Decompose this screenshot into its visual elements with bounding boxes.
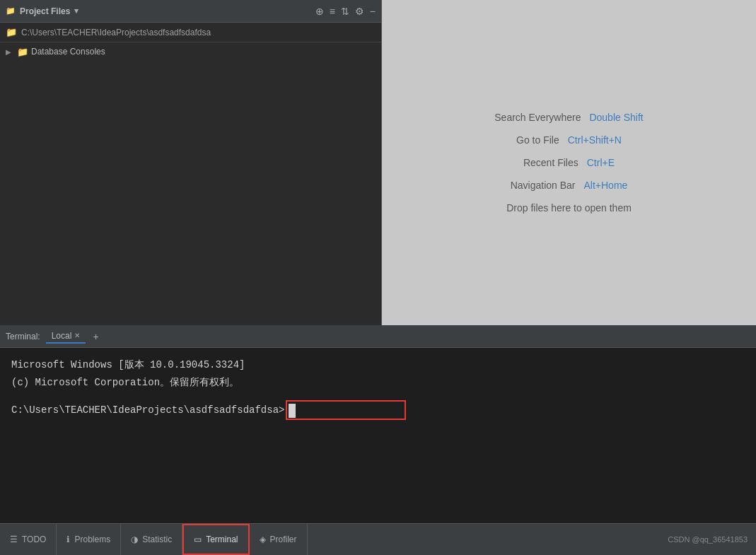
hint-shortcut-4: Alt+Home [583,180,627,191]
database-consoles-label: Database Consoles [31,47,105,57]
hint-row-4: Navigation Bar Alt+Home [511,180,628,191]
terminal-content[interactable]: Microsoft Windows [版本 10.0.19045.3324] (… [0,348,756,523]
database-consoles-item[interactable]: ▶ 📁 Database Consoles [0,42,381,61]
terminal-panel: Terminal: Local ✕ + Microsoft Windows [版… [0,325,756,523]
hint-label-2: Go to File [516,134,559,146]
add-icon[interactable]: ⊕ [315,6,324,17]
terminal-tabs: Terminal: Local ✕ + [0,325,756,348]
terminal-icon: ▭ [194,534,202,544]
panel-toolbar: ⊕ ≡ ⇅ ⚙ − [315,6,376,17]
project-path-text: C:\Users\TEACHER\IdeaProjects\asdfsadfsd… [21,28,211,37]
tree-arrow-icon: ▶ [6,48,14,56]
problems-icon: ℹ [66,534,70,544]
panel-title: 📁 Project Files ▾ [6,6,78,16]
hint-label-1: Search Everywhere [494,112,581,123]
hint-label-3: Recent Files [523,157,578,168]
status-tab-problems[interactable]: ℹ Problems [57,524,121,555]
watermark: CSDN @qq_36541853 [668,535,756,544]
profiler-icon: ◈ [260,534,266,544]
folder-icon: 📁 [6,6,16,16]
sort-icon[interactable]: ⇅ [341,6,349,17]
terminal-line-2: (c) Microsoft Corporation。保留所有权利。 [11,374,745,392]
status-tab-terminal[interactable]: ▭ Terminal [182,524,249,555]
settings-icon[interactable]: ⚙ [355,6,364,17]
terminal-line-1: Microsoft Windows [版本 10.0.19045.3324] [11,356,745,374]
status-tab-profiler[interactable]: ◈ Profiler [250,524,308,555]
status-tabs: ☰ TODO ℹ Problems ◑ Statistic ▭ Terminal… [0,524,308,555]
status-bar: ☰ TODO ℹ Problems ◑ Statistic ▭ Terminal… [0,523,756,555]
project-folder-icon: 📁 [6,27,17,37]
hint-row-2: Go to File Ctrl+Shift+N [516,134,622,146]
terminal-tab-local[interactable]: Local ✕ [46,329,86,344]
hint-shortcut-3: Ctrl+E [587,157,615,168]
minimize-icon[interactable]: − [370,6,376,17]
hint-shortcut-2: Ctrl+Shift+N [568,134,622,146]
hint-row-5: Drop files here to open them [506,202,632,214]
hint-label-5: Drop files here to open them [506,202,632,214]
statistic-icon: ◑ [131,534,138,544]
terminal-prompt-text: C:\Users\TEACHER\IdeaProjects\asdfsadfsd… [11,402,284,419]
profiler-label: Profiler [270,534,297,544]
terminal-tab-local-label: Local [52,331,72,341]
editor-area: Search Everywhere Double Shift Go to Fil… [382,0,756,325]
cursor-bar [289,404,296,418]
todo-label: TODO [22,534,46,544]
project-path: 📁 C:\Users\TEACHER\IdeaProjects\asdfsadf… [0,23,381,42]
status-tab-statistic[interactable]: ◑ Statistic [121,524,182,555]
terminal-prompt-line: C:\Users\TEACHER\IdeaProjects\asdfsadfsd… [11,400,745,420]
hint-label-4: Navigation Bar [511,180,576,191]
terminal-tab-label: Terminal [206,534,238,544]
hint-row-3: Recent Files Ctrl+E [523,157,615,168]
left-panel: 📁 Project Files ▾ ⊕ ≡ ⇅ ⚙ − 📁 C:\Users\T… [0,0,382,325]
panel-dropdown-icon[interactable]: ▾ [74,6,78,16]
terminal-label: Terminal: [6,332,40,341]
scope-icon[interactable]: ≡ [330,6,335,17]
database-folder-icon: 📁 [17,47,28,57]
problems-label: Problems [74,534,110,544]
panel-header: 📁 Project Files ▾ ⊕ ≡ ⇅ ⚙ − [0,0,381,23]
todo-icon: ☰ [10,534,18,544]
terminal-cursor-box [286,400,406,420]
terminal-tab-close-icon[interactable]: ✕ [74,332,80,339]
terminal-add-tab-button[interactable]: + [88,329,103,344]
hint-shortcut-1: Double Shift [589,112,643,123]
hint-row-1: Search Everywhere Double Shift [494,112,643,123]
status-tab-todo[interactable]: ☰ TODO [0,524,57,555]
panel-title-label: Project Files [20,6,70,16]
statistic-label: Statistic [142,534,172,544]
